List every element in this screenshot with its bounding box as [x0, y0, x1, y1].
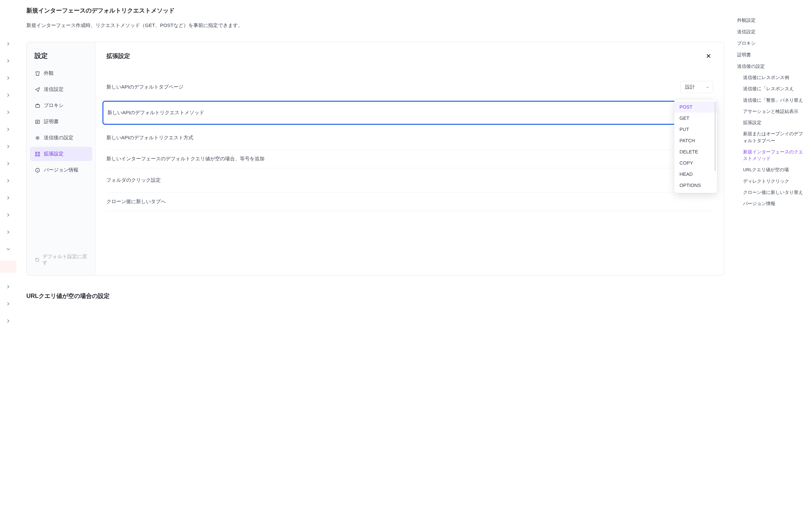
setting-row-folder-click: フォルダのクリック設定 タブ	[106, 168, 713, 193]
toc-item[interactable]: 新規またはオープンイのデフォルトタブペー	[737, 128, 803, 147]
rail-chevron-icon[interactable]	[5, 41, 11, 47]
left-rail	[0, 0, 17, 532]
badge-icon	[35, 119, 40, 125]
setting-label: 新しいインターフェースのデフォルトクエリ値が空の場合、等号を追加	[106, 156, 264, 162]
setting-row-default-method: 新しいAPIのデフォルトリクエストメソッド POST	[102, 101, 717, 125]
dropdown-option-get[interactable]: GET	[674, 113, 717, 124]
svg-rect-6	[38, 155, 39, 156]
next-section-title: URLクエリ値が空の場合の設定	[26, 292, 724, 300]
toc-item[interactable]: URLクエリ値が空の場	[737, 164, 803, 175]
svg-rect-3	[36, 152, 37, 153]
settings-modal: 設定 外観 送信設定 プロキシ 証明書	[26, 42, 724, 276]
sidebar-item-label: 外観	[44, 70, 54, 76]
modal-sidebar: 設定 外観 送信設定 プロキシ 証明書	[27, 42, 96, 275]
grid-icon	[35, 151, 40, 157]
rail-chevron-down-icon[interactable]	[5, 246, 11, 252]
rail-chevron-icon[interactable]	[5, 212, 11, 218]
sidebar-item-label: 送信後の設定	[44, 135, 73, 141]
rail-chevron-icon[interactable]	[5, 229, 11, 235]
toc-item[interactable]: プロキシ	[737, 38, 803, 49]
toc-item[interactable]: 送信後に「レスポンスえ	[737, 83, 803, 94]
toc-item[interactable]: ディレクトリクリック	[737, 176, 803, 187]
chevron-down-icon	[706, 85, 709, 89]
rail-chevron-icon[interactable]	[5, 92, 11, 98]
toc-item[interactable]: 送信後にレスポンス例	[737, 72, 803, 83]
toc-item[interactable]: 送信後に「整形」パネり替え	[737, 95, 803, 106]
setting-label: 新しいAPIのデフォルトリクエスト方式	[106, 135, 193, 141]
send-icon	[35, 87, 40, 93]
sidebar-item-label: 送信設定	[44, 86, 63, 93]
dropdown-option-put[interactable]: PUT	[674, 124, 717, 135]
rail-chevron-icon[interactable]	[5, 144, 11, 150]
svg-point-2	[37, 137, 39, 138]
method-dropdown: POST GET PUT PATCH DELETE COPY HEAD OPTI…	[674, 99, 717, 193]
rail-chevron-icon[interactable]	[5, 301, 11, 307]
briefcase-icon	[35, 103, 40, 109]
setting-row-clone-tab: クローン後に新しいタブへ	[106, 193, 713, 211]
dropdown-option-options[interactable]: OPTIONS	[674, 180, 717, 191]
modal-sidebar-title: 設定	[30, 51, 92, 66]
setting-label: 新しいAPIのデフォルトタブページ	[106, 84, 184, 90]
close-icon	[706, 53, 711, 59]
svg-rect-0	[36, 105, 39, 107]
svg-rect-1	[36, 120, 39, 124]
svg-rect-4	[38, 152, 39, 153]
info-icon	[35, 167, 40, 173]
dropdown-scrollbar[interactable]	[714, 102, 716, 171]
rail-chevron-icon[interactable]	[5, 178, 11, 184]
rail-chevron-icon[interactable]	[5, 58, 11, 64]
toc-item[interactable]: 送信後の設定	[737, 61, 803, 72]
sidebar-item-postsend[interactable]: 送信後の設定	[30, 131, 92, 145]
sidebar-item-certificate[interactable]: 証明書	[30, 115, 92, 129]
main-content: 新規インターフェースのデフォルトリクエストメソッド 新規インターフェース作成時、…	[17, 0, 737, 532]
reset-defaults-label: デフォルト設定に戻す	[42, 253, 88, 266]
toc-item[interactable]: アサーションと検証結表示	[737, 106, 803, 117]
toc-item[interactable]: 拡張設定	[737, 117, 803, 128]
select-default-tab[interactable]: 設計	[680, 81, 713, 93]
toc-item-active[interactable]: 新規インターフェースのクエストメソッド	[737, 147, 803, 165]
dropdown-option-head[interactable]: HEAD	[674, 169, 717, 180]
close-button[interactable]	[704, 51, 713, 61]
select-value: 設計	[685, 84, 695, 90]
setting-row-default-tab: 新しいAPIのデフォルトタブページ 設計	[106, 75, 713, 99]
modal-content: 拡張設定 新しいAPIのデフォルトタブページ 設計 新しいAPIのデフォルトリク…	[96, 42, 724, 275]
reset-icon	[35, 257, 40, 263]
setting-label: クローン後に新しいタブへ	[106, 198, 166, 205]
page-description: 新規インターフェース作成時、リクエストメソッド（GET、POSTなど）を事前に指…	[26, 22, 724, 28]
sidebar-item-label: プロキシ	[44, 102, 63, 109]
rail-chevron-icon[interactable]	[5, 75, 11, 81]
setting-label: 新しいAPIのデフォルトリクエストメソッド	[107, 110, 204, 116]
sidebar-item-proxy[interactable]: プロキシ	[30, 98, 92, 113]
page-title: 新規インターフェースのデフォルトリクエストメソッド	[26, 6, 724, 15]
sidebar-item-send[interactable]: 送信設定	[30, 82, 92, 96]
reset-defaults-button[interactable]: デフォルト設定に戻す	[30, 250, 92, 269]
toc-item[interactable]: クローン後に新しいタり替え	[737, 187, 803, 198]
sidebar-item-label: 証明書	[44, 118, 59, 125]
setting-row-empty-query: 新しいインターフェースのデフォルトクエリ値が空の場合、等号を追加	[106, 150, 713, 168]
rail-chevron-icon[interactable]	[5, 109, 11, 115]
dropdown-option-post[interactable]: POST	[674, 101, 717, 113]
rail-chevron-icon[interactable]	[5, 161, 11, 167]
svg-rect-5	[36, 155, 37, 156]
sidebar-item-version[interactable]: バージョン情報	[30, 163, 92, 177]
dropdown-option-copy[interactable]: COPY	[674, 157, 717, 169]
dropdown-option-patch[interactable]: PATCH	[674, 135, 717, 146]
toc-item[interactable]: 送信設定	[737, 26, 803, 38]
dropdown-option-delete[interactable]: DELETE	[674, 146, 717, 157]
rail-chevron-icon[interactable]	[5, 195, 11, 201]
sidebar-item-appearance[interactable]: 外観	[30, 66, 92, 80]
shirt-icon	[35, 71, 40, 76]
sidebar-item-label: 拡張設定	[44, 151, 63, 157]
toc-item[interactable]: 証明書	[737, 49, 803, 61]
sidebar-item-label: バージョン情報	[44, 167, 78, 173]
rail-chevron-icon[interactable]	[5, 127, 11, 132]
setting-label: フォルダのクリック設定	[106, 177, 161, 183]
sidebar-item-advanced[interactable]: 拡張設定	[30, 147, 92, 161]
toc-item[interactable]: 外観設定	[737, 15, 803, 26]
modal-title: 拡張設定	[106, 52, 130, 60]
toc-item[interactable]: バージョン情報	[737, 198, 803, 209]
rail-chevron-icon[interactable]	[5, 284, 11, 290]
gear-icon	[35, 135, 40, 141]
rail-chevron-icon[interactable]	[5, 318, 11, 324]
rail-highlight	[0, 261, 17, 272]
